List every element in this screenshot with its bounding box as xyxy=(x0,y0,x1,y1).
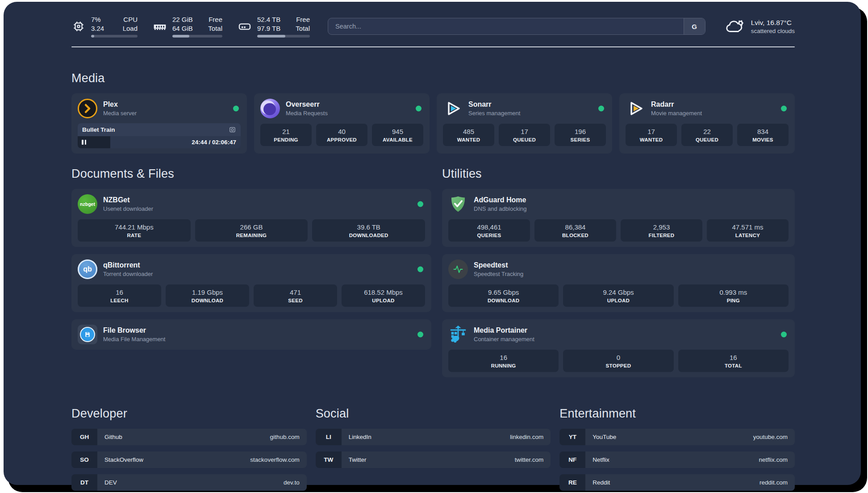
stat-label: LATENCY xyxy=(709,233,787,238)
stat-label: DOWNLOADED xyxy=(314,233,423,238)
app-card-portainer[interactable]: Media Portainer Container management 16 … xyxy=(442,319,795,377)
stat-value: 498,461 xyxy=(450,223,528,231)
app-name: Media Portainer xyxy=(474,326,534,334)
cpu-progress-bar xyxy=(91,35,138,38)
app-card-plex[interactable]: Plex Media server Bullet Train xyxy=(71,93,247,154)
search-provider-button[interactable]: G xyxy=(684,18,705,34)
app-card-nzbget[interactable]: nzbget NZBGet Usenet downloader 744.21 M… xyxy=(71,189,431,247)
stat-label: DOWNLOAD xyxy=(167,298,247,303)
stat-tile: 834 MOVIES xyxy=(737,124,789,146)
ram-total: 64 GiB xyxy=(172,24,193,33)
ram-free-label: Free xyxy=(208,15,222,24)
app-card-sonarr[interactable]: Sonarr Series management 485 WANTED 17 Q… xyxy=(437,93,612,154)
bookmark-name: Reddit xyxy=(593,479,610,486)
overseerr-icon xyxy=(260,99,280,118)
bookmark-github[interactable]: GH Github github.com xyxy=(71,429,307,445)
status-dot-online xyxy=(781,332,787,338)
bookmark-abbr: RE xyxy=(559,474,585,491)
now-playing-row: Bullet Train xyxy=(78,123,241,136)
stat-value: 196 xyxy=(556,128,604,135)
app-subtitle: Usenet downloader xyxy=(103,205,153,212)
bookmark-netflix[interactable]: NF Netflix netflix.com xyxy=(559,451,795,468)
bookmark-dev[interactable]: DT DEV dev.to xyxy=(71,474,307,491)
stat-label: RUNNING xyxy=(450,363,557,368)
pause-icon xyxy=(82,140,83,145)
app-name: qBittorrent xyxy=(103,261,153,269)
status-dot-online xyxy=(417,332,423,338)
app-name: Sonarr xyxy=(468,100,520,109)
stat-tile: 196 SERIES xyxy=(555,124,606,146)
stat-value: 1.19 Gbps xyxy=(167,288,247,296)
stat-label: WANTED xyxy=(445,137,492,142)
nzbget-icon: nzbget xyxy=(78,194,97,214)
stat-value: 471 xyxy=(255,288,335,296)
status-dot-online xyxy=(781,106,787,112)
app-card-overseerr[interactable]: Overseerr Media Requests 21 PENDING 40 A… xyxy=(254,93,430,154)
stat-tile: 17 WANTED xyxy=(626,124,677,146)
app-card-qbittorrent[interactable]: qb qBittorrent Torrent downloader 16 xyxy=(71,254,431,312)
stat-label: PENDING xyxy=(262,137,310,142)
stat-tile: 744.21 Mbps RATE xyxy=(78,219,191,242)
status-dot-online xyxy=(233,106,239,112)
weather-widget: Lviv, 16.87°C scattered clouds xyxy=(724,17,795,35)
memory-metric: 22 GiB 64 GiB Free Total xyxy=(153,15,222,38)
bookmark-url: youtube.com xyxy=(753,434,788,440)
bookmark-name: StackOverflow xyxy=(104,456,143,463)
bookmark-abbr: TW xyxy=(316,451,342,468)
storage-metric: 52.4 TB 97.9 TB Free Total xyxy=(238,15,310,38)
bookmark-abbr: DT xyxy=(71,474,97,491)
app-name: Overseerr xyxy=(286,100,328,109)
stat-tile: 266 GB REMAINING xyxy=(195,219,308,242)
cpu-metric: 7% 3.24 CPU Load xyxy=(71,15,138,38)
stat-label: QUERIES xyxy=(450,233,528,238)
ram-total-label: Total xyxy=(208,24,222,33)
bookmark-name: LinkedIn xyxy=(349,434,371,440)
stat-value: 0 xyxy=(565,354,672,361)
bookmark-linkedin[interactable]: LI LinkedIn linkedin.com xyxy=(316,429,551,445)
adguard-icon xyxy=(448,194,468,214)
stat-tile: 0.993 ms PING xyxy=(678,284,789,307)
search-input[interactable] xyxy=(328,18,705,35)
stat-label: FILTERED xyxy=(622,233,701,238)
app-card-filebrowser[interactable]: File Browser Media File Management xyxy=(71,319,431,350)
stat-label: REMAINING xyxy=(197,233,306,238)
bookmark-abbr: GH xyxy=(71,429,97,445)
bookmark-url: github.com xyxy=(270,434,300,440)
ram-icon xyxy=(153,19,167,33)
stat-value: 17 xyxy=(627,128,675,135)
stat-tile: 21 PENDING xyxy=(260,124,312,146)
weather-location: Lviv, 16.87°C xyxy=(751,19,795,27)
bookmark-url: linkedin.com xyxy=(510,434,543,440)
app-card-radarr[interactable]: Radarr Movie management 17 WANTED 22 QUE… xyxy=(619,93,795,154)
stat-label: MOVIES xyxy=(739,137,787,142)
stat-value: 21 xyxy=(262,128,310,135)
bookmark-url: dev.to xyxy=(284,479,300,486)
bookmark-name: Twitter xyxy=(349,456,367,463)
bookmark-stackoverflow[interactable]: SO StackOverflow stackoverflow.com xyxy=(71,451,307,468)
app-card-speedtest[interactable]: Speedtest Speedtest Tracking 9.65 Gbps D… xyxy=(442,254,795,312)
app-name: File Browser xyxy=(103,326,165,334)
bookmark-reddit[interactable]: RE Reddit reddit.com xyxy=(559,474,795,491)
disk-progress-bar xyxy=(257,35,310,38)
bookmark-url: stackoverflow.com xyxy=(250,456,299,463)
stat-tile: 16 RUNNING xyxy=(448,350,559,372)
bookmark-twitter[interactable]: TW Twitter twitter.com xyxy=(316,451,551,468)
bookmark-youtube[interactable]: YT YouTube youtube.com xyxy=(559,429,795,445)
section-title-entertainment: Entertainment xyxy=(559,407,795,421)
filebrowser-icon xyxy=(78,325,97,344)
stat-tile: 17 QUEUED xyxy=(499,124,550,146)
bookmark-abbr: LI xyxy=(316,429,342,445)
stat-label: AVAILABLE xyxy=(374,137,421,142)
stat-tile: 9.65 Gbps DOWNLOAD xyxy=(448,284,559,307)
stat-tile: 16 TOTAL xyxy=(678,350,789,372)
qbittorrent-icon: qb xyxy=(78,259,97,279)
stat-label: DOWNLOAD xyxy=(450,298,557,303)
app-subtitle: Torrent downloader xyxy=(103,271,153,277)
plex-icon xyxy=(78,99,97,118)
app-card-adguard[interactable]: AdGuard Home DNS and adblocking 498,461 … xyxy=(442,189,795,247)
cpu-load-label: Load xyxy=(123,24,138,33)
stat-tile: 16 LEECH xyxy=(78,284,161,307)
bookmark-url: reddit.com xyxy=(760,479,788,486)
stat-value: 266 GB xyxy=(197,223,306,231)
app-name: AdGuard Home xyxy=(474,196,527,204)
